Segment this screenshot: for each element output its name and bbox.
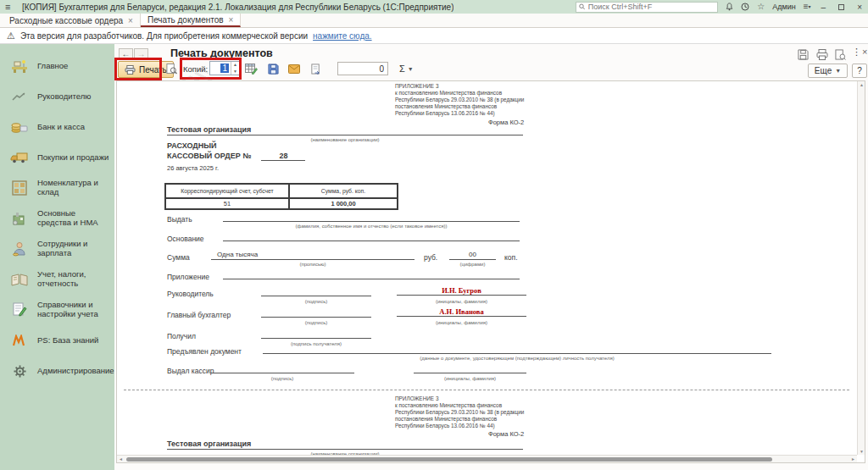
send-email-button[interactable] (287, 61, 302, 76)
save-icon[interactable] (798, 48, 809, 64)
amount-words-line: Одна тысяча (211, 251, 415, 260)
sidebar-item-label: Покупки и продажи (37, 153, 112, 163)
restore-button[interactable] (836, 3, 847, 12)
spin-up-icon[interactable]: ▲ (231, 62, 239, 69)
save-file-button[interactable] (265, 61, 281, 76)
warning-icon: ⚠ (7, 30, 15, 41)
search-input[interactable] (588, 3, 715, 11)
ledger-book-icon (8, 273, 31, 286)
sidebar-item-inventory[interactable]: Номенклатура и склад (0, 173, 114, 203)
field-hint: (цифрами) (449, 262, 496, 267)
sidebar-item-administration[interactable]: Администрирование (0, 356, 114, 386)
close-panel-icon[interactable]: × (862, 47, 867, 57)
chart-icon (8, 91, 31, 102)
help-button[interactable]: ? (852, 64, 867, 78)
sidebar-item-main[interactable]: Главное (0, 51, 114, 81)
tab-cash-orders[interactable]: Расходные кассовые ордера × (3, 14, 141, 27)
forward-button[interactable]: → (134, 48, 148, 60)
kopecks-line: 00 (449, 251, 496, 260)
buy-license-link[interactable]: нажмите сюда. (313, 31, 372, 41)
more-actions-button[interactable]: Еще ▼ (808, 64, 848, 78)
window-title: [КОПИЯ] Бухгалтерия для Беларуси, редакц… (22, 3, 453, 12)
notifications-bell-icon[interactable] (726, 3, 733, 11)
open-document-button[interactable] (308, 61, 323, 76)
scroll-up-icon[interactable]: ▲ (858, 82, 865, 87)
doc-number: 28 (261, 152, 305, 161)
field-line (223, 270, 520, 279)
back-button[interactable]: ← (119, 48, 133, 60)
sidebar-item-employees[interactable]: Сотрудники и зарплата (0, 234, 114, 264)
print-preview-button[interactable] (164, 61, 179, 76)
scroll-down-icon[interactable]: ▼ (858, 449, 865, 454)
signature-line (261, 287, 371, 296)
copies-value[interactable]: 1 (210, 62, 231, 75)
coins-icon (8, 119, 31, 135)
accounts-table: Корреспондирующий счет, субсчет Сумма, р… (164, 183, 398, 210)
sidebar-item-label: Номенклатура и склад (37, 179, 114, 197)
doc-title-line2: КАССОВЫЙ ОРДЕР № 28 (167, 152, 305, 161)
scrollbar-thumb[interactable] (126, 457, 772, 462)
table-header-sum: Сумма, руб. коп. (289, 184, 398, 198)
person-icon (8, 241, 31, 257)
sidebar-item-fixed-assets[interactable]: Основные средства и НМА (0, 203, 114, 234)
history-icon[interactable] (741, 3, 749, 11)
preview-icon[interactable] (835, 48, 846, 64)
form-code: Форма КО-2 (488, 430, 524, 438)
spinner-arrows[interactable]: ▲▼ (231, 62, 239, 75)
doc-title-line1: РАСХОДНЫЙ (167, 141, 217, 150)
current-user[interactable]: Админ (772, 3, 795, 11)
table-value-account: 51 (165, 198, 289, 209)
warehouse-shelf-icon (8, 180, 31, 196)
field-line (223, 213, 520, 222)
field-line (263, 345, 771, 354)
signature-line (261, 329, 371, 339)
minimize-button[interactable]: – (819, 3, 829, 12)
sidebar-item-label: Администрирование (37, 367, 118, 376)
search-icon (579, 3, 585, 10)
sidebar-item-manager[interactable]: Руководителю (0, 81, 114, 112)
tab-print-documents[interactable]: Печать документов × (141, 14, 241, 27)
table-settings-button[interactable] (243, 61, 259, 76)
copies-spinner[interactable]: 1 ▲▼ (209, 61, 240, 75)
field-hint: (подпись) (261, 320, 371, 325)
field-line (223, 232, 520, 241)
tab-close-icon[interactable]: × (229, 15, 234, 25)
print-icon[interactable] (816, 48, 828, 64)
close-window-button[interactable]: × (854, 3, 865, 12)
spin-down-icon[interactable]: ▼ (231, 69, 239, 75)
print-button-label: Печать (139, 65, 167, 75)
field-label: Выдать (167, 215, 192, 224)
desk-icon (8, 58, 31, 74)
sum-button[interactable]: Σ ▼ (395, 61, 418, 76)
field-label: Основание (167, 235, 204, 243)
favorites-star-icon[interactable]: ☆ (757, 3, 765, 11)
sidebar-item-accounting-reports[interactable]: Учет, налоги, отчетность (0, 264, 114, 295)
field-hint: (инициалы, фамилия) (397, 320, 526, 325)
doc-date: 26 августа 2025 г. (167, 164, 219, 172)
tab-bar: Расходные кассовые ордера × Печать докум… (0, 14, 868, 28)
title-bar: ≡ [КОПИЯ] Бухгалтерия для Беларуси, реда… (0, 0, 868, 14)
sidebar-item-directories-settings[interactable]: Справочники и настройки учета (0, 295, 114, 325)
functions-menu-icon[interactable]: ≡▾ (804, 3, 811, 11)
table-header-account: Корреспондирующий счет, субсчет (165, 184, 289, 198)
field-hint: (подпись) (210, 376, 354, 381)
vertical-scrollbar[interactable]: ▲ ▼ (857, 81, 865, 455)
scroll-right-icon[interactable]: ► (849, 456, 857, 462)
gear-icon (8, 365, 31, 378)
sidebar-item-bank-cash[interactable]: Банк и касса (0, 112, 114, 142)
print-preview-area: ПРИЛОЖЕНИЕ 3к постановлению Министерства… (116, 80, 865, 463)
more-button-label: Еще (815, 66, 832, 75)
horizontal-scrollbar[interactable]: ◄ ► (117, 455, 857, 462)
sidebar-item-purchases-sales[interactable]: Покупки и продажи (0, 142, 114, 173)
main-menu-icon[interactable]: ≡ (5, 2, 17, 12)
field-hint: (фамилия, собственное имя и отчество (ес… (223, 224, 520, 229)
warning-text: Эта версия для разработчиков. Для приобр… (20, 31, 308, 41)
scale-value-field[interactable] (337, 62, 388, 75)
organization-name: Тестовая организация (167, 440, 523, 450)
tab-close-icon[interactable]: × (128, 16, 133, 25)
scroll-left-icon[interactable]: ◄ (117, 456, 125, 462)
sidebar-item-knowledge-base[interactable]: PS: База знаний (0, 325, 114, 356)
more-dots-icon[interactable]: ⋮ (852, 47, 861, 58)
developer-warning-bar: ⚠ Эта версия для разработчиков. Для прио… (0, 28, 868, 44)
global-search[interactable] (576, 2, 718, 13)
